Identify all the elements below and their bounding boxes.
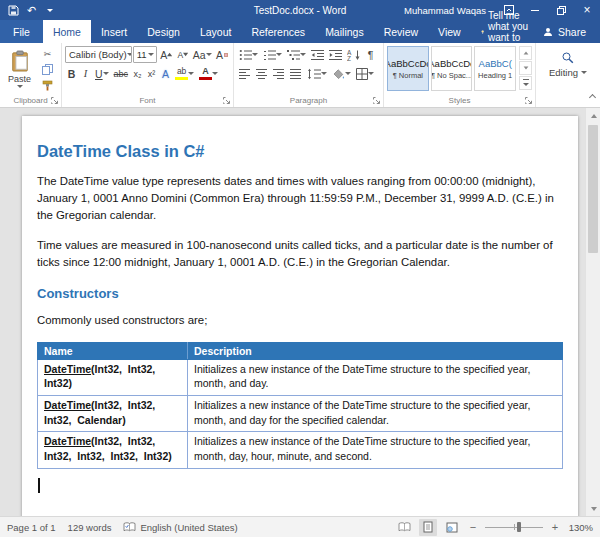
styles-scroll-down-button[interactable] — [519, 61, 532, 75]
account-name[interactable]: Muhammad Waqas — [404, 5, 486, 16]
chevron-down-icon — [212, 72, 218, 75]
align-right-button[interactable] — [271, 65, 287, 82]
clear-formatting-button[interactable]: A — [214, 46, 230, 63]
method-link[interactable]: DateTime — [44, 435, 91, 447]
ribbon-display-options-button[interactable] — [496, 0, 522, 20]
font-dialog-launcher[interactable] — [222, 96, 231, 105]
bold-button[interactable]: B — [65, 65, 78, 82]
style-card-normal[interactable]: AaBbCcDc ¶ Normal — [387, 46, 429, 91]
zoom-slider-thumb[interactable] — [517, 522, 521, 532]
cut-button[interactable]: ✂ — [38, 46, 57, 61]
constructor-name-cell: DateTime(Int32, Int32, Int32, Calendar) — [38, 396, 188, 432]
zoom-in-button[interactable]: + — [549, 520, 561, 534]
chevron-down-icon — [345, 72, 351, 75]
bullets-button[interactable] — [237, 46, 260, 63]
scrollbar-thumb[interactable] — [588, 125, 598, 253]
tab-review[interactable]: Review — [374, 20, 428, 43]
style-preview: AaBbCcDc — [387, 58, 429, 69]
highlight-button[interactable]: ab — [173, 65, 196, 82]
minimize-button[interactable] — [522, 0, 548, 20]
method-link[interactable]: DateTime — [44, 399, 91, 411]
chevron-down-icon — [103, 72, 109, 75]
strikethrough-button[interactable]: abc — [112, 65, 131, 82]
styles-dialog-launcher[interactable] — [524, 96, 533, 105]
maximize-button[interactable] — [548, 0, 574, 20]
zoom-out-button[interactable]: − — [467, 520, 479, 534]
tab-home[interactable]: Home — [43, 20, 91, 43]
multilevel-list-button[interactable] — [285, 46, 308, 63]
collapse-ribbon-button[interactable] — [590, 86, 595, 104]
chevron-down-icon — [252, 53, 258, 56]
styles-more-button[interactable] — [519, 76, 532, 90]
align-center-icon — [256, 68, 268, 80]
copy-button[interactable] — [38, 62, 57, 77]
styles-group: AaBbCcDc ¶ Normal AaBbCcDc ¶ No Spac... … — [384, 43, 536, 107]
borders-button[interactable] — [354, 65, 376, 82]
print-layout-button[interactable] — [419, 519, 437, 536]
share-button[interactable]: Share — [529, 20, 600, 43]
styles-scroll-up-button[interactable] — [519, 46, 532, 60]
tab-insert[interactable]: Insert — [91, 20, 137, 43]
paragraph-dialog-launcher[interactable] — [372, 96, 381, 105]
tab-layout[interactable]: Layout — [190, 20, 242, 43]
align-left-button[interactable] — [237, 65, 253, 82]
styles-gallery-scroll — [519, 46, 532, 91]
shading-button[interactable] — [330, 65, 353, 82]
zoom-slider[interactable] — [485, 521, 543, 533]
tell-me-box[interactable]: Tell me what you want to do — [481, 20, 529, 43]
tab-file[interactable]: File — [0, 20, 43, 43]
increase-indent-button[interactable] — [327, 46, 344, 63]
style-card-heading1[interactable]: AaBbC( Heading 1 — [474, 46, 516, 91]
superscript-button[interactable]: x² — [145, 65, 158, 82]
vertical-scrollbar[interactable] — [585, 108, 600, 516]
numbering-button[interactable] — [261, 46, 284, 63]
paste-button[interactable]: Paste — [3, 46, 36, 92]
scroll-up-button[interactable] — [586, 108, 600, 123]
method-link[interactable]: DateTime — [44, 363, 91, 375]
sort-icon: AZ — [347, 49, 361, 61]
clipboard-dialog-launcher[interactable] — [50, 96, 59, 105]
dialog-launcher-icon — [524, 96, 533, 105]
read-mode-button[interactable] — [395, 519, 413, 536]
document-heading2: Constructors — [37, 286, 563, 301]
statusbar-right: − + 130% — [395, 519, 593, 536]
italic-button[interactable]: I — [79, 65, 92, 82]
justify-button[interactable] — [288, 65, 304, 82]
sort-button[interactable]: AZ — [345, 46, 363, 63]
font-color-button[interactable]: A — [197, 65, 220, 82]
show-hide-marks-button[interactable]: ¶ — [364, 46, 377, 63]
undo-button[interactable]: ↶ — [23, 1, 40, 19]
close-button[interactable]: × — [574, 0, 600, 20]
word-count[interactable]: 129 words — [68, 522, 112, 533]
decrease-indent-button[interactable] — [309, 46, 326, 63]
document-page[interactable]: DateTime Class in C# The DateTime value … — [22, 116, 578, 516]
editing-dropdown-button[interactable]: Editing — [549, 46, 587, 78]
zoom-level[interactable]: 130% — [567, 522, 593, 533]
grow-font-button[interactable]: A — [158, 46, 174, 63]
tab-references[interactable]: References — [241, 20, 315, 43]
page-indicator[interactable]: Page 1 of 1 — [7, 522, 56, 533]
tab-mailings[interactable]: Mailings — [315, 20, 374, 43]
style-card-no-spacing[interactable]: AaBbCcDc ¶ No Spac... — [431, 46, 473, 91]
qat-customize-button[interactable] — [41, 1, 58, 19]
restore-icon — [557, 6, 566, 15]
line-spacing-button[interactable] — [305, 65, 329, 82]
text-effects-button[interactable]: A — [159, 65, 172, 82]
font-size-combo[interactable]: 11 — [133, 46, 158, 63]
underline-button[interactable]: U — [93, 65, 111, 82]
change-case-button[interactable]: Aa — [191, 46, 213, 63]
dialog-launcher-icon — [372, 96, 381, 105]
tab-design[interactable]: Design — [137, 20, 190, 43]
font-name-combo[interactable]: Calibri (Body) — [65, 46, 132, 63]
subscript-button[interactable]: x₂ — [131, 65, 144, 82]
tab-view[interactable]: View — [428, 20, 471, 43]
proofing-status[interactable]: English (United States) — [123, 522, 237, 533]
web-layout-button[interactable] — [443, 519, 461, 536]
bullet-list-icon — [239, 49, 252, 61]
align-center-button[interactable] — [254, 65, 270, 82]
shrink-font-button[interactable]: A — [175, 46, 190, 63]
ribbon: Paste ✂ Clipboard — [0, 43, 600, 108]
save-button[interactable] — [5, 1, 22, 19]
scroll-down-button[interactable] — [586, 501, 600, 516]
format-painter-button[interactable] — [38, 78, 57, 93]
